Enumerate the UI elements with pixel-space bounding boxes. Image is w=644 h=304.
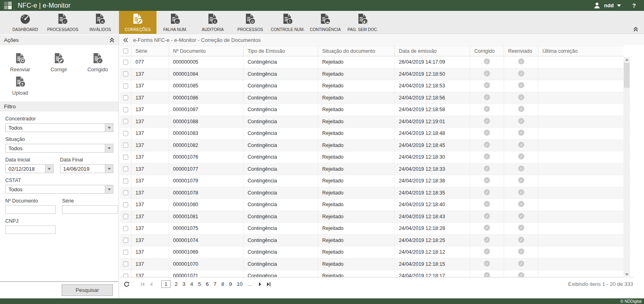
table-row[interactable]: 137000001087ContingênciaRejeitado24/04/2… [120,104,623,116]
row-checkbox[interactable] [123,273,128,277]
action-corrigir[interactable]: Corrigir [40,52,78,72]
table-row[interactable]: 137000001069ContingênciaRejeitado24/04/2… [120,246,623,259]
column-header-tipo-de-emissao[interactable]: Tipo de Emissão [244,46,318,56]
page-9[interactable]: 9 [229,281,232,287]
row-checkbox[interactable] [123,83,128,89]
page-3[interactable]: 3 [182,281,185,287]
cnpj-input[interactable] [5,225,56,234]
toolbar-item-processados[interactable]: ✓PROCESSADOS [44,11,81,34]
row-checkbox[interactable] [123,178,128,184]
row-checkbox[interactable] [123,250,128,255]
toolbar-item-dashboard[interactable]: DASHBOARD [6,11,44,34]
column-header-data-de-emissao[interactable]: Data de emissão [395,46,470,56]
table-row[interactable]: 137000001078ContingênciaRejeitado24/04/2… [120,187,623,199]
toolbar-item-controle-num[interactable]: !CONTROLE NUM. [269,11,306,34]
toolbar-item-auditoria[interactable]: iAUDITORIA [194,11,231,34]
page-7[interactable]: 7 [213,281,216,287]
table-row[interactable]: 137000001084ContingênciaRejeitado24/04/2… [120,68,623,81]
chevron-down-icon[interactable] [617,4,621,7]
row-checkbox[interactable] [123,143,128,148]
situacao-select[interactable]: Todos [5,144,113,153]
chevron-down-icon[interactable] [45,165,53,173]
chevron-down-icon[interactable] [105,144,113,152]
table-row[interactable]: 137000001088ContingênciaRejeitado24/04/2… [120,116,623,128]
chevron-down-icon[interactable] [105,165,113,173]
last-page-icon[interactable] [265,282,271,287]
row-checkbox[interactable] [123,71,128,77]
scroll-up-icon[interactable] [623,57,630,62]
table-row[interactable]: 137000001070ContingênciaRejeitado24/04/2… [120,259,623,271]
page-8[interactable]: 8 [221,281,224,287]
page-5[interactable]: 5 [198,281,201,287]
row-checkbox[interactable] [123,166,128,172]
column-header-reenviado[interactable]: Reenviado [504,46,538,56]
collapse-sidebar-icon[interactable] [123,37,128,43]
column-header-corrigido[interactable]: Corrigido [470,46,504,56]
toolbar-item-pag-sem-doc[interactable]: ◐PAG. SEM DOC. [344,11,381,34]
select-all-checkbox[interactable] [123,48,128,54]
cstat-select[interactable]: Todos [5,185,113,194]
table-row[interactable]: 137000001074ContingênciaRejeitado24/04/2… [120,235,623,247]
row-checkbox[interactable] [123,202,128,207]
table-row[interactable]: 137000001082ContingênciaRejeitado24/04/2… [120,140,623,152]
vertical-scrollbar[interactable] [623,57,630,277]
help-button[interactable]: ? [632,2,636,9]
previous-page-icon[interactable] [148,282,154,287]
data-inicial-picker[interactable]: 02/12/2018 [5,164,54,173]
toolbar-item-falha-num[interactable]: −FALHA NUM. [156,11,194,34]
column-header-serie[interactable]: Série [131,46,169,56]
table-row[interactable]: 137000001071ContingênciaRejeitado24/04/2… [120,270,623,277]
table-row[interactable]: 137000001077ContingênciaRejeitado24/04/2… [120,163,623,176]
first-page-icon[interactable] [140,282,146,287]
concentrador-select[interactable]: Todos [5,123,113,132]
row-checkbox[interactable] [123,238,128,243]
table-row[interactable]: 137000001083ContingênciaRejeitado24/04/2… [120,128,623,140]
row-checkbox[interactable] [123,226,128,231]
table-row[interactable]: 137000001086ContingênciaRejeitado24/04/2… [120,92,623,104]
serie-input[interactable] [62,205,118,214]
page-2[interactable]: 2 [175,281,177,287]
page-4[interactable]: 4 [190,281,193,287]
chevron-down-icon[interactable] [105,185,113,193]
row-checkbox[interactable] [123,190,128,195]
toolbar-item-invalidos[interactable]: ×INVÁLIDOS [81,11,119,34]
column-header-nº-documento[interactable]: Nº Documento [169,46,244,56]
page-6[interactable]: 6 [206,281,208,287]
row-checkbox[interactable] [123,155,128,160]
row-checkbox[interactable] [123,261,128,267]
table-row[interactable]: 137000001079ContingênciaRejeitado24/04/2… [120,175,623,187]
table-row[interactable]: 137000001081ContingênciaRejeitado24/04/2… [120,211,623,223]
toolbar-item-correcoes[interactable]: CORREÇÕES [119,11,156,34]
row-checkbox[interactable] [123,214,128,219]
chevron-down-icon[interactable] [105,124,113,132]
table-row[interactable]: 137000001085ContingênciaRejeitado24/04/2… [120,80,623,92]
action-reenviar[interactable]: Reenviar [1,52,40,72]
scrollbar-thumb[interactable] [624,63,629,88]
row-checkbox[interactable] [123,60,128,65]
data-final-picker[interactable]: 14/06/2019 [60,164,113,173]
search-button[interactable]: Pesquisar [62,284,113,296]
action-corrigido[interactable]: ✓Corrigido [78,52,117,72]
action-upload[interactable]: ↑Upload [1,76,40,96]
table-row[interactable]: 137000001075ContingênciaRejeitado24/04/2… [120,223,623,235]
column-header-situacao-do-documento[interactable]: Situação do documento [318,46,395,56]
table-row[interactable]: 077000000005ContingênciaRejeitado26/04/2… [120,56,623,68]
next-page-icon[interactable] [257,282,263,287]
collapse-actions-icon[interactable] [109,38,115,43]
table-row[interactable]: 137000001080ContingênciaRejeitado24/04/2… [120,199,623,211]
row-checkbox[interactable] [123,119,128,124]
scroll-down-icon[interactable] [623,272,630,277]
page-10[interactable]: 10 [237,281,242,287]
column-header-ultima-correcao[interactable]: Última correção [538,46,623,56]
page-1[interactable]: 1 [161,280,171,288]
collapse-toolbar-icon[interactable] [633,27,638,32]
n-documento-input[interactable] [5,205,56,214]
toolbar-item-contingencia[interactable]: ☁CONTINGÊNCIA [306,11,344,34]
row-checkbox[interactable] [123,95,128,100]
user-menu[interactable]: ndd [604,2,614,8]
row-checkbox[interactable] [123,107,128,112]
row-checkbox[interactable] [123,131,128,136]
refresh-icon[interactable] [123,281,130,287]
table-row[interactable]: 137000001076ContingênciaRejeitado24/04/2… [120,151,623,163]
toolbar-item-processos[interactable]: ⚙PROCESSOS [231,11,269,34]
